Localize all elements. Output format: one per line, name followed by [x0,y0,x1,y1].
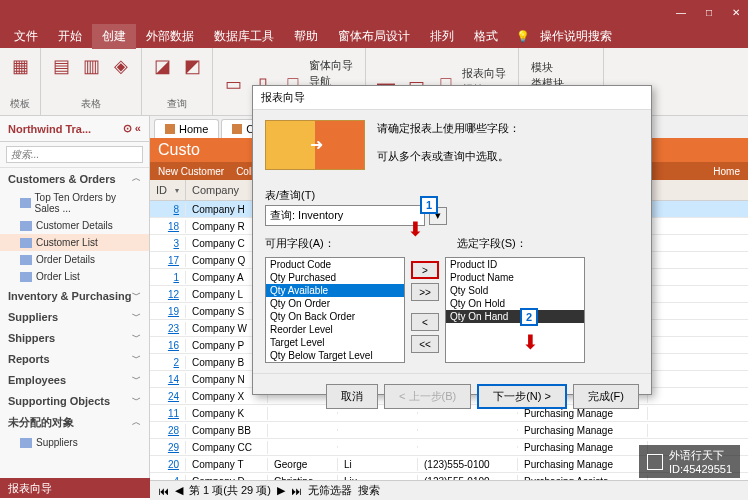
field-item[interactable]: Product ID [446,258,584,271]
table-query-label: 表/查询(T) [265,188,639,203]
field-item[interactable]: Reorder Level [266,323,404,336]
query-wizard-icon[interactable]: ◪ [150,54,174,78]
field-item[interactable]: Qty Sold [446,284,584,297]
remove-field-button[interactable]: < [411,313,439,331]
no-filter-label: 无筛选器 [308,483,352,498]
home-button[interactable]: Home [713,166,740,177]
field-item[interactable]: Qty Purchased [266,271,404,284]
nav-section[interactable]: Employees﹀ [0,369,149,390]
menu-external[interactable]: 外部数据 [136,24,204,49]
record-first-icon[interactable]: ⏮ [158,485,169,497]
tell-me-icon: 💡 [516,30,530,43]
annotation-marker-1: 1 [420,196,438,214]
field-item[interactable]: Qty On Order [266,297,404,310]
menu-arrange[interactable]: 排列 [420,24,464,49]
field-item[interactable]: Target Level [266,336,404,349]
app-parts-icon[interactable]: ▦ [8,54,32,78]
annotation-arrow-2: ⬇ [522,330,539,354]
record-label: 第 1 项(共 29 项) [189,483,271,498]
maximize-button[interactable]: □ [706,7,712,18]
new-customer-button[interactable]: New Customer [158,166,224,177]
ribbon-group-tables: 表格 [81,97,101,113]
table-icon[interactable]: ▤ [49,54,73,78]
remove-all-button[interactable]: << [411,335,439,353]
nav-section[interactable]: Inventory & Purchasing﹀ [0,285,149,306]
module-item[interactable]: 模块 [531,60,591,75]
query-design-icon[interactable]: ◩ [180,54,204,78]
table-query-select[interactable]: 查询: Inventory [265,205,425,226]
nav-section[interactable]: Reports﹀ [0,348,149,369]
wizard-instruction-1: 请确定报表上使用哪些字段： [377,120,639,138]
nav-item[interactable]: Suppliers [0,434,149,451]
table-design-icon[interactable]: ▥ [79,54,103,78]
sharepoint-icon[interactable]: ◈ [109,54,133,78]
watermark: 外语行天下 ID:45429551 [639,445,740,478]
field-item[interactable]: Qty On Hand [446,310,584,323]
selected-fields-list[interactable]: Product IDProduct NameQty SoldQty On Hol… [445,257,585,363]
record-prev-icon[interactable]: ◀ [175,484,183,497]
menu-home[interactable]: 开始 [48,24,92,49]
menu-formdesign[interactable]: 窗体布局设计 [328,24,420,49]
menu-create[interactable]: 创建 [92,24,136,49]
field-item[interactable]: Qty On Back Order [266,310,404,323]
nav-item[interactable]: Order Details [0,251,149,268]
form-icon[interactable]: ▭ [221,72,245,96]
form-title: Custo [158,141,200,159]
field-item[interactable]: Qty Below Target Level [266,349,404,362]
nav-item[interactable]: Order List [0,268,149,285]
nav-section[interactable]: 未分配的对象︿ [0,411,149,434]
nav-section[interactable]: Supporting Objects﹀ [0,390,149,411]
home-icon [165,124,175,134]
report-wizard-item[interactable]: 报表向导 [462,66,506,81]
tell-me-search[interactable]: 操作说明搜索 [530,24,622,49]
menu-help[interactable]: 帮助 [284,24,328,49]
form-icon [232,124,242,134]
record-next-icon[interactable]: ▶ [277,484,285,497]
status-text: 报表向导 [8,481,52,496]
menu-file[interactable]: 文件 [4,24,48,49]
nav-collapse-icon[interactable]: ⊙ « [123,122,141,135]
wizard-title: 报表向导 [253,86,651,110]
available-fields-list[interactable]: Product CodeQty PurchasedQty AvailableQt… [265,257,405,363]
wizard-instruction-2: 可从多个表或查询中选取。 [377,148,639,166]
record-last-icon[interactable]: ⏭ [291,485,302,497]
form-wizard-item[interactable]: 窗体向导 [309,58,353,73]
record-search[interactable]: 搜索 [358,483,380,498]
nav-search-input[interactable] [6,146,143,163]
close-button[interactable]: ✕ [732,7,740,18]
cancel-button[interactable]: 取消 [326,384,378,409]
field-item[interactable]: Qty Available [266,284,404,297]
tab-home[interactable]: Home [154,119,219,138]
add-all-button[interactable]: >> [411,283,439,301]
ribbon-group-queries: 查询 [167,97,187,113]
next-button[interactable]: 下一步(N) > [477,384,567,409]
available-fields-label: 可用字段(A)： [265,236,411,251]
ribbon-group-templates: 模板 [10,97,30,113]
nav-title: Northwind Tra... [8,123,91,135]
wizard-graphic [265,120,365,170]
field-item[interactable]: Product Name [446,271,584,284]
nav-section[interactable]: Customers & Orders︿ [0,168,149,189]
field-item[interactable]: Product Code [266,258,404,271]
back-button[interactable]: < 上一步(B) [384,384,471,409]
annotation-arrow-1: ⬇ [407,217,424,241]
nav-item[interactable]: Customer Details [0,217,149,234]
report-wizard-dialog: 报表向导 请确定报表上使用哪些字段： 可从多个表或查询中选取。 表/查询(T) … [252,85,652,395]
menu-format[interactable]: 格式 [464,24,508,49]
finish-button[interactable]: 完成(F) [573,384,639,409]
col-id[interactable]: ID▾ [150,180,186,200]
nav-section[interactable]: Suppliers﹀ [0,306,149,327]
nav-item[interactable]: Top Ten Orders by Sales ... [0,189,149,217]
field-item[interactable]: Qty On Hold [446,297,584,310]
nav-section[interactable]: Shippers﹀ [0,327,149,348]
annotation-marker-2: 2 [520,308,538,326]
add-field-button[interactable]: > [411,261,439,279]
nav-item[interactable]: Customer List [0,234,149,251]
table-row[interactable]: 28Company BBPurchasing Manage [150,422,748,439]
minimize-button[interactable]: — [676,7,686,18]
navigation-pane: Northwind Tra...⊙ « Customers & Orders︿T… [0,116,150,478]
selected-fields-label: 选定字段(S)： [457,236,527,251]
menu-dbtools[interactable]: 数据库工具 [204,24,284,49]
menubar: 文件 开始 创建 外部数据 数据库工具 帮助 窗体布局设计 排列 格式 💡 操作… [0,24,748,48]
watermark-icon [647,454,663,470]
